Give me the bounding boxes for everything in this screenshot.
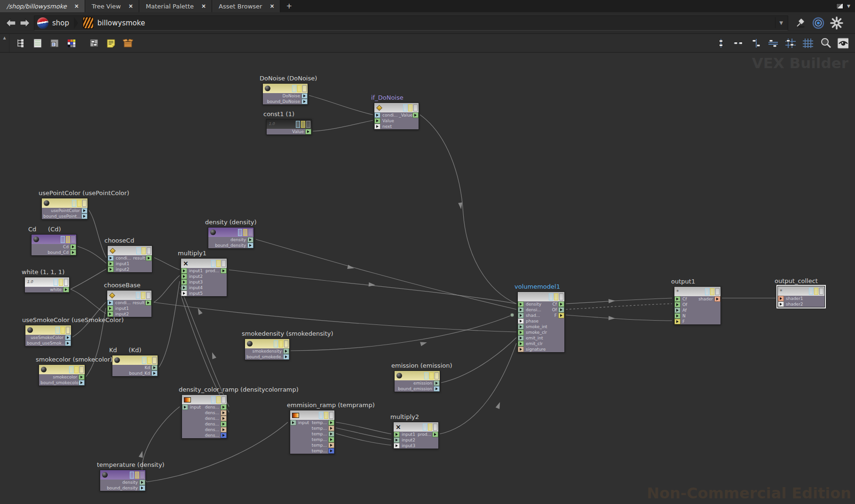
output-connector[interactable] [221, 421, 227, 427]
output-connector[interactable] [247, 237, 253, 243]
output-connector[interactable] [328, 431, 334, 437]
align-horizontal-lines-icon[interactable] [768, 38, 779, 49]
node-flag-f1[interactable] [54, 279, 58, 286]
input-connector[interactable] [108, 267, 114, 272]
node-body[interactable]: ×input1prod...input2input3 [393, 422, 439, 449]
input-connector[interactable] [518, 324, 524, 330]
node-flag-f2[interactable] [66, 236, 70, 243]
node-multiply1[interactable]: multiply1×input1prod...input2input3input… [181, 258, 227, 297]
node-flag-f1[interactable] [423, 424, 427, 431]
wire-15[interactable] [229, 270, 516, 304]
node-flag-f1[interactable] [292, 85, 296, 92]
output-connector[interactable] [221, 433, 227, 438]
node-body[interactable]: usePointColorbound_usePoint... [41, 198, 88, 220]
node-header[interactable]: * [674, 287, 720, 296]
output-connector[interactable] [65, 335, 71, 340]
wire-11[interactable] [159, 281, 180, 367]
network-canvas[interactable]: VEX Builder Non-Commercial Edition DoNoi… [0, 53, 855, 504]
node-flag-f3[interactable] [284, 340, 288, 347]
output-connector[interactable] [151, 370, 158, 376]
input-connector[interactable] [181, 291, 187, 296]
node-flag-f1[interactable] [72, 200, 76, 207]
input-connector[interactable] [374, 118, 380, 124]
path-field[interactable]: shop billowysmoke ▼ [34, 16, 788, 31]
output-connector[interactable] [70, 250, 76, 255]
wire-3[interactable] [89, 210, 106, 258]
node-body[interactable]: Kdbound_Kd [112, 355, 158, 377]
node-header[interactable] [108, 246, 152, 255]
node-header[interactable] [100, 470, 145, 480]
toolbar-collapse-handle[interactable]: ▲ [0, 34, 9, 52]
output-connector[interactable] [328, 448, 334, 454]
node-flag-f2[interactable] [216, 260, 221, 267]
back-arrow-icon[interactable] [5, 17, 17, 29]
input-connector[interactable] [674, 296, 681, 302]
node-flag-f3[interactable] [152, 357, 157, 364]
node-donoise[interactable]: DoNoise (DoNoise)DoNoisebound_DoNoise [262, 83, 308, 105]
breadcrumb-node[interactable]: billowysmoke [97, 19, 145, 27]
output-connector[interactable] [79, 380, 85, 386]
asset-crate-icon[interactable] [122, 38, 134, 49]
node-flag-f2[interactable] [61, 327, 65, 334]
node-flag-f2[interactable] [429, 372, 434, 379]
input-connector[interactable] [181, 279, 187, 285]
node-flag-f2[interactable] [554, 293, 558, 300]
color-palette-grid-icon[interactable] [66, 38, 77, 49]
node-header[interactable] [395, 371, 440, 380]
radar-icon[interactable] [812, 16, 825, 30]
wire-26[interactable] [566, 304, 672, 309]
node-flag-f3[interactable] [147, 247, 151, 254]
input-connector[interactable] [394, 443, 400, 449]
input-connector[interactable] [394, 437, 400, 443]
input-connector[interactable] [518, 346, 524, 352]
node-body[interactable]: inputdens...dens...dens...dens...dens...… [182, 394, 227, 439]
wire-1[interactable] [313, 120, 373, 131]
wire-9[interactable] [154, 258, 180, 270]
node-body[interactable]: *shader1shader2 [777, 286, 825, 307]
node-header[interactable] [518, 292, 564, 301]
node-header[interactable] [39, 365, 85, 374]
node-header[interactable]: 1.0 [25, 277, 69, 287]
node-flag-f1[interactable] [136, 247, 141, 254]
input-connector[interactable] [518, 330, 524, 335]
input-connector[interactable] [518, 301, 524, 307]
node-header[interactable] [263, 84, 308, 93]
output-connector[interactable] [81, 208, 87, 213]
grid-icon[interactable] [802, 38, 814, 49]
tab-tree-view[interactable]: Tree View × [85, 0, 139, 12]
node-body[interactable]: condi...resultinput1input2 [107, 290, 152, 317]
node-smokecolor[interactable]: smokecolor (smokecolor)smokecolorbound_s… [39, 364, 85, 386]
output-connector[interactable] [714, 296, 720, 302]
wire-19[interactable] [440, 343, 516, 434]
node-header[interactable] [112, 355, 158, 365]
input-connector[interactable] [108, 255, 114, 261]
node-body[interactable]: condi...resultinput1input2 [107, 245, 152, 273]
output-connector[interactable] [139, 480, 145, 485]
node-body[interactable]: condi..._ValueValuenext [374, 102, 419, 130]
wire-10[interactable] [154, 276, 180, 302]
node-header[interactable] [182, 395, 227, 404]
input-connector[interactable] [518, 318, 524, 324]
node-flag-f3[interactable] [222, 260, 226, 267]
node-flag-f1[interactable] [142, 357, 146, 364]
sticky-note-icon[interactable] [105, 38, 117, 49]
output-connector[interactable] [434, 386, 440, 392]
shop-network-icon[interactable] [37, 17, 48, 29]
output-connector[interactable] [432, 432, 438, 437]
node-flag-f3[interactable] [140, 472, 144, 479]
distribute-horizontal-icon[interactable] [733, 38, 744, 49]
output-connector[interactable] [139, 485, 145, 491]
node-body[interactable]: densityCfdensi...Ofshad...Fphasesmoke_in… [517, 291, 565, 353]
output-connector[interactable] [247, 243, 253, 248]
wire-17[interactable] [154, 302, 516, 332]
output-connector[interactable] [558, 301, 564, 307]
node-flag-f3[interactable] [329, 412, 333, 419]
node-flag-f3[interactable] [302, 85, 307, 92]
output-connector[interactable] [221, 416, 227, 421]
node-flag-f3[interactable] [715, 288, 720, 295]
wire-4[interactable] [78, 246, 106, 263]
node-choosecd[interactable]: chooseCdcondi...resultinput1input2 [107, 245, 152, 273]
output-connector[interactable] [221, 410, 227, 416]
output-connector[interactable] [146, 255, 152, 261]
close-icon[interactable]: × [269, 3, 275, 9]
